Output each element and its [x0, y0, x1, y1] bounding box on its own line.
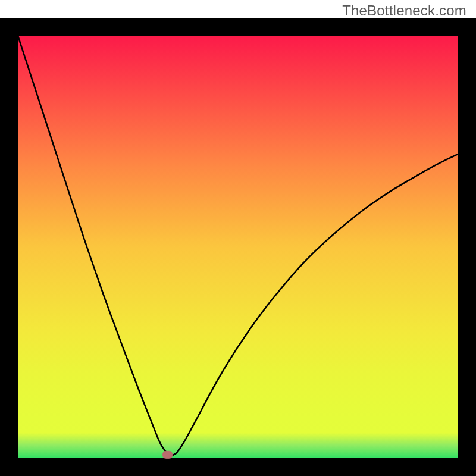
watermark-text: TheBottleneck.com	[342, 2, 466, 19]
plot-background	[18, 36, 458, 458]
chart-frame: TheBottleneck.com	[0, 0, 476, 476]
optimal-marker	[163, 451, 173, 458]
bottleneck-plot	[0, 18, 476, 476]
